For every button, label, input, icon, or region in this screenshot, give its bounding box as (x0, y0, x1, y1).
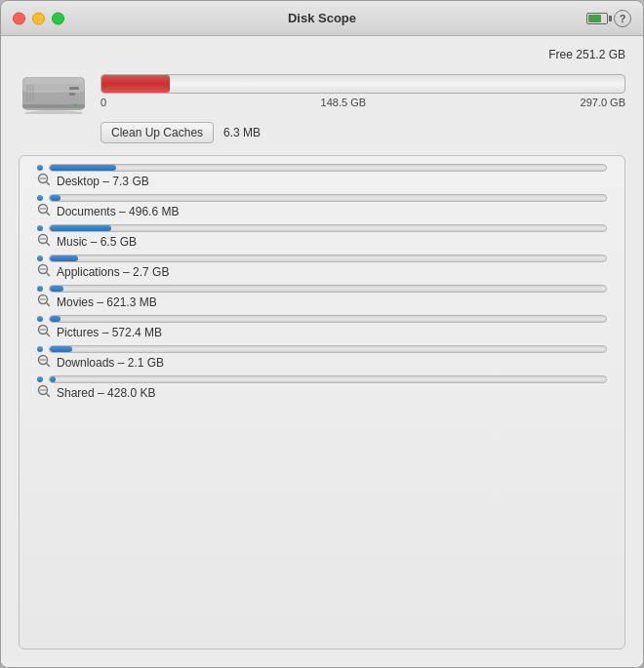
svg-line-24 (47, 303, 50, 306)
disk-bar-track (101, 74, 625, 94)
disk-label-start: 0 (101, 97, 106, 108)
svg-line-33 (47, 394, 50, 397)
item-bar-row (37, 194, 607, 202)
item-scope-icon (37, 294, 51, 310)
item-bar-dot (37, 286, 43, 292)
svg-rect-7 (69, 87, 79, 90)
item-label-text: Pictures – 572.4 MB (57, 326, 162, 339)
list-item: Music – 6.5 GB (20, 224, 624, 253)
item-bar-row (37, 375, 607, 383)
list-item: Pictures – 572.4 MB (20, 315, 624, 343)
item-label-text: Music – 6.5 GB (57, 235, 137, 249)
svg-point-10 (24, 110, 83, 114)
item-bar-track (49, 255, 607, 262)
item-scope-icon (37, 384, 51, 401)
item-bar-track (49, 345, 607, 353)
free-space-label: Free 251.2 GB (19, 48, 625, 61)
help-button[interactable]: ? (614, 10, 631, 27)
svg-line-30 (47, 364, 50, 367)
item-label-text: Shared – 428.0 KB (57, 386, 155, 400)
svg-rect-2 (24, 78, 83, 84)
item-label-text: Documents – 496.6 MB (57, 205, 179, 218)
list-item: Downloads – 2.1 GB (20, 345, 624, 373)
disk-bar-container: 0 148.5 GB 297.0 GB (101, 74, 625, 108)
item-label-row: Music – 6.5 GB (37, 233, 607, 253)
item-bar-fill (50, 195, 60, 201)
item-label-row: Pictures – 572.4 MB (37, 324, 607, 343)
disk-labels: 0 148.5 GB 297.0 GB (101, 97, 625, 108)
maximize-button[interactable] (52, 12, 64, 24)
disk-row: 0 148.5 GB 297.0 GB (19, 67, 625, 114)
item-bar-fill (50, 255, 78, 261)
item-label-row: Applications – 2.7 GB (37, 263, 607, 283)
item-bar-row (37, 315, 607, 323)
item-bar-dot (37, 376, 43, 382)
item-bar-track (49, 315, 607, 323)
svg-rect-4 (26, 85, 28, 102)
svg-rect-8 (69, 93, 75, 96)
svg-rect-6 (32, 85, 34, 102)
svg-line-12 (47, 182, 50, 185)
list-item: Movies – 621.3 MB (20, 285, 624, 313)
content-area: Free 251.2 GB (1, 36, 643, 667)
item-label-row: Desktop – 7.3 GB (37, 173, 607, 192)
list-item: Documents – 496.6 MB (20, 194, 624, 222)
item-bar-fill (50, 316, 60, 322)
item-bar-row (37, 255, 607, 262)
item-label-text: Applications – 2.7 GB (57, 265, 169, 279)
item-bar-dot (37, 255, 43, 261)
item-bar-row (37, 345, 607, 353)
list-item: Applications – 2.7 GB (20, 255, 624, 283)
item-bar-dot (37, 165, 43, 171)
disk-bar-fill (101, 75, 170, 93)
svg-rect-5 (29, 85, 31, 102)
battery-icon (586, 13, 608, 24)
item-scope-icon (37, 263, 51, 280)
svg-line-21 (47, 273, 50, 276)
disk-label-mid: 148.5 GB (321, 97, 366, 108)
minimize-button[interactable] (32, 12, 45, 24)
item-scope-icon (37, 233, 51, 250)
item-bar-fill (50, 225, 111, 231)
disk-label-end: 297.0 GB (581, 97, 625, 108)
item-bar-fill (50, 376, 56, 382)
svg-line-27 (47, 334, 50, 336)
item-bar-track (49, 375, 607, 383)
svg-point-9 (74, 104, 77, 107)
item-label-text: Movies – 621.3 MB (57, 295, 157, 309)
cleanup-button[interactable]: Clean Up Caches (101, 122, 214, 143)
item-bar-dot (37, 225, 43, 231)
traffic-lights (13, 12, 64, 24)
item-bar-track (49, 194, 607, 202)
item-bar-row (37, 224, 607, 232)
list-item: Desktop – 7.3 GB (20, 164, 624, 192)
item-bar-dot (37, 195, 43, 201)
item-label-row: Documents – 496.6 MB (37, 203, 607, 222)
titlebar-controls: ? (586, 10, 631, 27)
item-label-text: Downloads – 2.1 GB (57, 356, 164, 370)
item-bar-fill (50, 165, 116, 171)
item-label-row: Movies – 621.3 MB (37, 294, 607, 313)
item-bar-track (49, 224, 607, 232)
list-item: Shared – 428.0 KB (20, 375, 624, 404)
item-label-text: Desktop – 7.3 GB (57, 175, 149, 188)
close-button[interactable] (13, 12, 25, 24)
window-title: Disk Scope (288, 11, 356, 25)
list-panel: Desktop – 7.3 GB Documents – 496.6 MB Mu… (19, 155, 625, 649)
item-bar-row (37, 285, 607, 293)
item-bar-dot (37, 316, 43, 322)
item-bar-fill (50, 286, 63, 292)
item-bar-row (37, 164, 607, 172)
item-bar-dot (37, 346, 43, 352)
svg-line-15 (47, 213, 50, 216)
cleanup-row: Clean Up Caches 6.3 MB (101, 122, 625, 143)
item-bar-track (49, 164, 607, 172)
item-label-row: Downloads – 2.1 GB (37, 354, 607, 373)
item-bar-fill (50, 346, 72, 352)
cleanup-size: 6.3 MB (223, 126, 261, 139)
item-bar-track (49, 285, 607, 293)
titlebar: Disk Scope ? (1, 1, 643, 36)
item-scope-icon (37, 203, 51, 219)
item-scope-icon (37, 324, 51, 340)
mac-mini-icon (19, 67, 89, 114)
